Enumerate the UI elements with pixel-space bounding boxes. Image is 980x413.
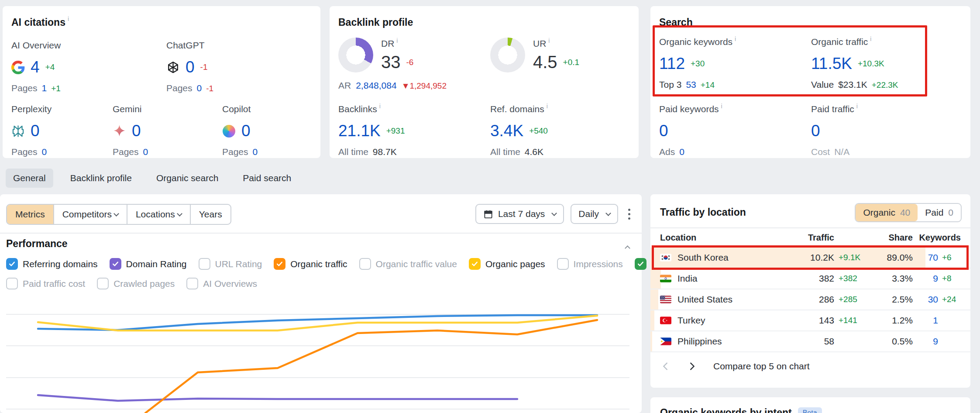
series-domain-rating [38,395,517,401]
column-share[interactable]: Share [873,233,913,243]
tab-backlink-profile[interactable]: Backlink profile [63,169,139,188]
location-row-turkey[interactable]: Turkey143+1411.2%1 [650,310,970,331]
share-value: 89.0% [873,252,913,263]
paid-traffic-label: Paid traffici [811,104,955,114]
location-row-united-states[interactable]: United States286+2852.5%30+24 [650,289,970,310]
share-bar [650,331,652,351]
info-icon[interactable]: i [735,36,736,42]
openai-icon [166,61,180,74]
compare-top5-button[interactable]: Compare top 5 on chart [713,361,810,372]
toggle-organic[interactable]: Organic 40 [856,204,918,221]
performance-line-chart[interactable] [0,299,642,413]
info-icon[interactable]: i [856,103,858,109]
info-icon[interactable]: i [68,16,69,22]
ar-value[interactable]: 2,848,084 [356,80,396,91]
metric-checkbox-crawled-pages[interactable]: Crawled pages [97,278,175,289]
location-row-philippines[interactable]: Philippines580.5%9 [650,331,970,352]
stat-organic-keywords: Organic keywordsi 112 +30 Top 3 53 +14 [659,37,803,90]
metric-checkbox-domain-rating[interactable]: Domain Rating [110,258,187,270]
info-icon[interactable]: i [396,38,398,44]
tab-paid-search[interactable]: Paid search [235,169,299,188]
column-traffic[interactable]: Traffic [786,233,834,243]
locations-button[interactable]: Locations [127,205,190,224]
next-page-icon[interactable] [687,361,697,371]
info-icon[interactable]: i [547,103,548,109]
divider [650,227,970,228]
value-label: Value [811,79,834,90]
checkbox-icon [469,258,481,270]
pages-label: Pages [222,147,248,157]
metric-checkbox-organic-traffic[interactable]: Organic traffic [274,258,347,270]
keywords-value[interactable]: 9 [913,273,938,284]
pages-label: Pages [11,83,38,93]
checkbox-icon [110,258,121,270]
alltime-label: All time [338,147,368,157]
competitors-button[interactable]: Competitors [53,205,127,224]
top3-value[interactable]: 53 [686,79,696,90]
paid-traffic-value[interactable]: 0 [811,122,820,140]
dr-label: DRi [381,38,413,49]
prev-page-icon[interactable] [661,361,671,371]
location-pagination: Compare top 5 on chart [661,361,810,372]
checkbox-label: Organic traffic value [376,259,457,269]
paid-keywords-value[interactable]: 0 [659,122,668,140]
overview-tabs: General Backlink profile Organic search … [6,169,299,188]
keywords-value[interactable]: 1 [913,315,938,326]
location-name: Philippines [677,336,786,347]
tab-general[interactable]: General [6,169,53,188]
pages-value[interactable]: 1 [42,83,47,93]
gemini-icon [113,124,126,138]
top3-label: Top 3 [659,79,681,90]
column-keywords[interactable]: Keywords [913,233,961,243]
metric-checkbox-organic-traffic-value[interactable]: Organic traffic value [359,258,457,270]
organic-traffic-value[interactable]: 11.5K [811,55,852,73]
years-button[interactable]: Years [190,205,230,224]
metric-checkbox-ai-overviews[interactable]: AI Overviews [186,278,257,289]
metric-checkbox-referring-domains[interactable]: Referring domains [6,258,98,270]
metric-checkbox-paid-traffic-cost[interactable]: Paid traffic cost [6,278,85,289]
info-icon[interactable]: i [548,38,550,44]
checkbox-icon [557,258,569,270]
keywords-value[interactable]: 70 [913,252,938,263]
more-options-icon[interactable] [625,205,634,223]
backlink-profile-card: Backlink profile DRi 33 -6 AR 2,848,084 … [330,6,639,158]
pages-delta: -1 [206,84,213,93]
tab-organic-search[interactable]: Organic search [149,169,226,188]
date-range-button[interactable]: Last 7 days [475,204,564,224]
traffic-delta: +141 [834,316,873,325]
metric-checkbox-organic-pages[interactable]: Organic pages [469,258,545,270]
metric-checkbox-url-rating[interactable]: URL Rating [199,258,262,270]
pages-value[interactable]: 0 [143,147,148,157]
chart-toolbar-right: Last 7 days Daily [475,204,634,224]
pages-value[interactable]: 0 [197,83,202,93]
stat-paid-traffic: Paid traffici 0 Cost N/A [811,104,955,157]
info-icon[interactable]: i [379,103,381,109]
metrics-button[interactable]: Metrics [7,205,53,224]
metric-checkbox-impressions[interactable]: Impressions [557,258,623,270]
ads-value[interactable]: 0 [679,147,684,157]
info-icon[interactable]: i [870,36,871,42]
ref-domains-value[interactable]: 3.4K [490,122,523,140]
chevron-down-icon [605,210,611,216]
granularity-button[interactable]: Daily [571,204,618,224]
ur-label: URi [533,38,579,49]
checkbox-icon [6,258,18,270]
organic-keywords-value[interactable]: 112 [659,55,685,73]
keywords-value[interactable]: 9 [913,336,938,347]
pages-value[interactable]: 0 [253,147,258,157]
column-location[interactable]: Location [660,233,786,243]
location-row-south-korea[interactable]: South Korea10.2K+9.1K89.0%70+6 [650,248,970,268]
collapse-section-icon[interactable] [623,243,629,251]
search-title: Search [659,17,693,28]
info-icon[interactable]: i [721,103,722,109]
performance-title: Performance [6,238,68,250]
organic-paid-toggle: Organic 40 Paid 0 [855,203,962,222]
location-row-india[interactable]: India382+3823.3%9+8 [650,268,970,289]
keywords-value[interactable]: 30 [913,294,938,305]
location-name: South Korea [677,252,786,263]
paid-count: 0 [948,207,953,218]
toggle-paid[interactable]: Paid 0 [918,204,961,221]
backlinks-value[interactable]: 21.1K [338,122,381,140]
pages-value[interactable]: 0 [42,147,47,157]
checkbox-label: Impressions [574,259,623,269]
